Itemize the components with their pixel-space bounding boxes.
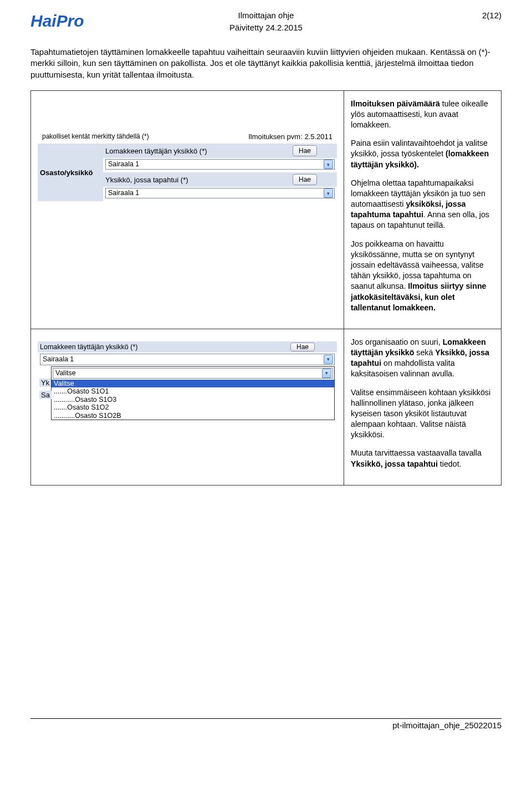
footer-filename: pt-ilmoittajan_ohje_25022015: [30, 719, 502, 731]
help-para: Paina esiin valintavaihtoehdot ja valits…: [351, 138, 494, 170]
side-label-sa: Sa: [39, 391, 52, 399]
form-date: Ilmoituksen pvm: 2.5.2011: [248, 132, 332, 142]
option-item[interactable]: ...........Osasto S1O3: [52, 396, 334, 404]
event-unit-value: Sairaala 1: [108, 188, 139, 198]
event-unit-dropdown[interactable]: Sairaala 1 ▾: [105, 188, 335, 198]
form-screenshot-1: pakolliset kentät merkitty tähdellä (*) …: [38, 132, 337, 202]
help-para: Valitse ensimmäiseen kohtaan yksikkösi h…: [351, 387, 494, 441]
required-fields-note: pakolliset kentät merkitty tähdellä (*): [40, 132, 149, 141]
chevron-down-icon: ▾: [324, 160, 333, 169]
hae-button-3[interactable]: Hae: [290, 343, 315, 351]
field-label-filler-unit: Lomakkeen täyttäjän yksikkö (*): [105, 146, 207, 156]
intro-text: Tapahtumatietojen täyttäminen lomakkeell…: [30, 47, 502, 80]
option-item[interactable]: ...........Osasto S1O2B: [52, 412, 334, 420]
chevron-down-icon: ▾: [322, 369, 331, 378]
page-number: 2(12): [482, 10, 502, 21]
unit-top-value: Sairaala 1: [43, 356, 74, 363]
filler-unit-value: Sairaala 1: [108, 160, 139, 169]
content-table: pakolliset kentät merkitty tähdellä (*) …: [30, 90, 502, 486]
help-para: Muuta tarvittaessa vastaavalla tavalla Y…: [351, 448, 494, 469]
help-para: Ilmoituksen päivämäärä tulee oikealle yl…: [351, 99, 494, 131]
chevron-down-icon: ▾: [324, 355, 333, 364]
field-label-filler-unit-2: Lomakkeen täyttäjän yksikkö (*): [40, 344, 137, 351]
chevron-down-icon: ▾: [324, 188, 333, 198]
header-title: Ilmoittajan ohje: [30, 10, 502, 21]
option-selected[interactable]: Valitse: [52, 380, 334, 388]
help-para: Jos poikkeama on havaittu yksikössänne, …: [351, 239, 494, 313]
form-screenshot-2: Lomakkeen täyttäjän yksikkö (*) Hae Sair…: [38, 341, 337, 421]
side-label-yk: Yk: [39, 379, 51, 387]
field-label-event-unit: Yksikkö, jossa tapahtui (*): [105, 175, 188, 185]
filler-unit-dropdown[interactable]: Sairaala 1 ▾: [105, 159, 335, 170]
option-item[interactable]: .......Osasto S1O2: [52, 403, 334, 412]
help-para: Ohjelma olettaa tapahtumapaikaksi lomakk…: [351, 178, 494, 231]
hae-button-2[interactable]: Hae: [293, 174, 317, 185]
unit-filter-input[interactable]: Valitse ▾: [53, 368, 333, 379]
option-item[interactable]: .......Osasto S1O1: [52, 387, 334, 396]
unit-options-list[interactable]: Valitse ▾ Valitse .......Osasto S1O1 ...…: [51, 366, 335, 421]
unit-top-dropdown[interactable]: Sairaala 1 ▾: [40, 354, 335, 365]
help-para: Jos organisaatio on suuri, Lomakkeen täy…: [351, 337, 494, 380]
hae-button-1[interactable]: Hae: [293, 145, 317, 156]
header-updated: Päivitetty 24.2.2015: [30, 22, 502, 33]
section-label: Osasto/yksikkö: [38, 144, 103, 201]
